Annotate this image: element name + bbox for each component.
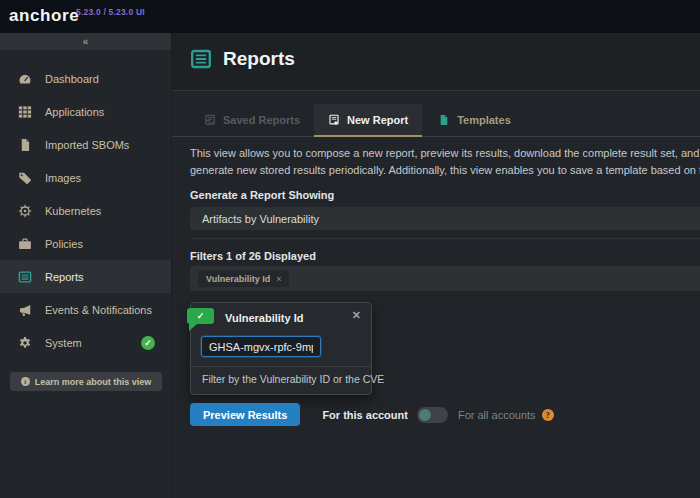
sidebar-item-policies[interactable]: Policies [0,227,171,260]
sidebar-item-label: Imported SBOMs [45,139,129,151]
help-icon[interactable]: ? [542,409,554,421]
toggle-knob [419,409,431,421]
sidebar-item-label: Dashboard [45,73,99,85]
top-bar: anchore 5.23.0 / 5.23.0 UI [0,0,700,33]
report-actions-row: Preview Results For this account For all… [190,403,554,426]
tab-templates[interactable]: Templates [424,104,525,136]
tab-label: Saved Reports [223,114,300,126]
all-accounts-label: For all accounts [458,409,536,421]
sidebar-item-label: System [45,337,82,349]
version-label: 5.23.0 / 5.23.0 UI [76,7,145,17]
sidebar-item-label: Events & Notifications [45,304,152,316]
learn-more-button[interactable]: i Learn more about this view [10,372,162,391]
report-type-selected-value: Artifacts by Vulnerability [202,213,319,225]
filter-chips-bar: Vulnerability Id × [190,266,700,291]
sidebar: « Dashboard Applications Imported SBOMs … [0,33,172,498]
vulnerability-id-input[interactable] [201,336,321,357]
view-description: This view allows you to compose a new re… [190,145,700,179]
anchore-logo: anchore [9,6,79,26]
section-divider [190,238,700,239]
sidebar-item-label: Applications [45,106,104,118]
vulnerability-id-filter-popover: ✓ Vulnerability Id ✕ Filter by the Vulne… [190,302,372,395]
app-window: anchore 5.23.0 / 5.23.0 UI « Dashboard A… [0,0,700,498]
briefcase-icon [18,237,32,251]
sidebar-item-kubernetes[interactable]: Kubernetes [0,194,171,227]
collapse-chevrons-icon: « [83,36,89,47]
preview-results-button[interactable]: Preview Results [190,403,300,426]
sidebar-item-label: Reports [45,271,84,283]
popover-close-icon[interactable]: ✕ [352,309,361,322]
new-report-plus-icon [328,114,340,126]
filter-chip-label: Vulnerability Id [206,274,270,284]
helm-wheel-icon [18,204,32,218]
sidebar-item-label: Policies [45,238,83,250]
info-icon: i [21,377,30,386]
sidebar-item-label: Kubernetes [45,205,101,217]
sidebar-collapse-button[interactable]: « [0,33,171,50]
description-line-1: This view allows you to compose a new re… [190,145,700,162]
sidebar-item-events-notifications[interactable]: Events & Notifications [0,293,171,326]
tab-bar: Saved Reports New Report Templates [172,104,700,137]
document-icon [18,138,32,152]
popover-divider [191,366,371,367]
tab-new-report[interactable]: New Report [314,104,422,137]
tab-saved-reports[interactable]: Saved Reports [190,104,314,136]
sidebar-item-imported-sboms[interactable]: Imported SBOMs [0,128,171,161]
check-icon: ✓ [197,311,205,321]
this-account-label: For this account [322,409,408,421]
sidebar-item-applications[interactable]: Applications [0,95,171,128]
megaphone-icon [18,303,32,317]
gear-icon [18,336,32,350]
system-health-ok-badge: ✓ [141,336,155,350]
sidebar-item-label: Images [45,172,81,184]
tab-label: New Report [347,114,408,126]
check-icon: ✓ [144,338,152,348]
report-list-icon [18,270,32,284]
popover-help-text: Filter by the Vulnerability ID or the CV… [202,373,384,385]
filter-chip-vulnerability-id[interactable]: Vulnerability Id × [198,270,289,287]
filters-count-label: Filters 1 of 26 Displayed [190,250,316,262]
chip-remove-icon[interactable]: × [276,274,281,284]
dashboard-gauge-icon [18,72,32,86]
sidebar-item-reports[interactable]: Reports [0,260,171,293]
page-title: Reports [223,48,295,70]
template-file-icon [438,114,450,126]
tab-label: Templates [457,114,511,126]
learn-more-label: Learn more about this view [35,377,152,387]
page-header: Reports [172,33,700,91]
saved-report-clock-icon [204,114,216,126]
sidebar-item-system[interactable]: System ✓ [0,326,171,359]
sidebar-nav: Dashboard Applications Imported SBOMs Im… [0,62,171,359]
report-type-select[interactable]: Artifacts by Vulnerability [190,207,700,230]
filter-active-check-badge: ✓ [187,308,214,324]
account-scope-toggle[interactable] [417,407,448,423]
popover-title: Vulnerability Id [225,312,303,324]
grid-icon [18,105,32,119]
reports-page-icon [190,48,212,70]
sidebar-item-images[interactable]: Images [0,161,171,194]
tag-icon [18,171,32,185]
sidebar-item-dashboard[interactable]: Dashboard [0,62,171,95]
main-content: Reports Saved Reports New Report Templat… [172,33,700,498]
generate-report-label: Generate a Report Showing [190,189,334,201]
description-line-2: generate new stored results periodically… [190,162,700,179]
